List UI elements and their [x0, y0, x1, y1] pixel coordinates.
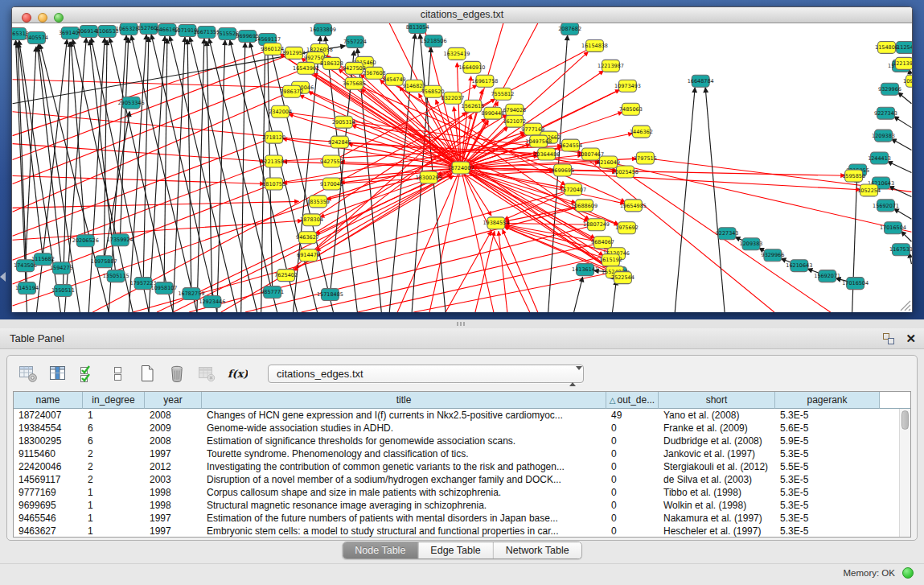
cell-name[interactable]: 9465546: [14, 512, 83, 525]
cell-pagerank[interactable]: 5.3E-5: [775, 486, 880, 499]
cell-short[interactable]: Wolkin et al. (1998): [659, 499, 775, 512]
cell-in_degree[interactable]: 1: [83, 512, 145, 525]
table-row[interactable]: 911546021997Tourette syndrome. Phenomeno…: [14, 447, 899, 460]
column-header-pagerank[interactable]: pagerank: [775, 392, 880, 409]
vertical-scrollbar[interactable]: [899, 409, 910, 537]
select-columns-icon[interactable]: [78, 364, 97, 383]
row-options-icon[interactable]: [108, 364, 127, 383]
column-header-title[interactable]: title: [202, 392, 606, 409]
table-row[interactable]: 969969511998Structural magnetic resonanc…: [14, 499, 899, 512]
network-window-titlebar[interactable]: citations_edges.txt: [12, 7, 912, 23]
cell-in_degree[interactable]: 1: [83, 486, 145, 499]
window-resize-grip[interactable]: [898, 299, 911, 311]
cell-out_de[interactable]: 0: [606, 499, 659, 512]
cell-pagerank[interactable]: 5.3E-5: [775, 473, 880, 486]
cell-pagerank[interactable]: 5.3E-5: [775, 512, 880, 525]
cell-title[interactable]: Estimation of significance thresholds fo…: [202, 435, 606, 447]
table-row[interactable]: 946554611997Estimation of the future num…: [14, 512, 899, 525]
cell-year[interactable]: 1997: [145, 512, 202, 525]
cell-pagerank[interactable]: 5.3E-5: [775, 499, 880, 512]
cell-title[interactable]: Changes of HCN gene expression and I(f) …: [202, 409, 606, 422]
cell-pagerank[interactable]: 5.3E-5: [775, 447, 880, 460]
cell-in_degree[interactable]: 1: [83, 525, 145, 537]
cell-pagerank[interactable]: 5.6E-5: [775, 422, 880, 435]
float-panel-icon[interactable]: [883, 333, 895, 345]
cell-title[interactable]: Investigating the contribution of common…: [202, 460, 606, 473]
cell-out_de[interactable]: 0: [606, 460, 659, 473]
cell-in_degree[interactable]: 6: [83, 435, 145, 447]
table-row[interactable]: 1872400712008Changes of HCN gene express…: [14, 409, 899, 422]
cell-out_de[interactable]: 0: [606, 447, 659, 460]
function-builder-icon[interactable]: f(x): [227, 364, 246, 383]
show-columns-icon[interactable]: [48, 364, 68, 383]
cell-short[interactable]: de Silva et al. (2003): [659, 473, 775, 486]
cell-title[interactable]: Genome-wide association studies in ADHD.: [202, 422, 606, 435]
cell-name[interactable]: 18724007: [14, 409, 83, 422]
cell-name[interactable]: 22420046: [14, 460, 83, 473]
cell-name[interactable]: 19384554: [14, 422, 83, 435]
table-row[interactable]: 1456911722003Disruption of a novel membe…: [14, 473, 899, 486]
cell-title[interactable]: Estimation of the future numbers of pati…: [202, 512, 606, 525]
close-panel-icon[interactable]: ✕: [906, 330, 916, 348]
close-window-button[interactable]: [22, 13, 31, 23]
cell-short[interactable]: Stergiakouli et al. (2012): [659, 460, 775, 473]
column-header-out_de[interactable]: △out_de...: [606, 392, 659, 409]
panel-divider[interactable]: [0, 319, 924, 328]
table-row[interactable]: 946362711997Embryonic stem cells: a mode…: [14, 525, 899, 537]
dropdown-stepper-icon[interactable]: [569, 368, 577, 381]
cell-short[interactable]: Nakamura et al. (1997): [659, 512, 775, 525]
cell-name[interactable]: 9777169: [14, 486, 83, 499]
network-canvas[interactable]: 1872400718300295193845541865318240557436…: [12, 23, 912, 312]
column-header-year[interactable]: year: [145, 392, 202, 409]
cell-in_degree[interactable]: 6: [83, 422, 145, 435]
zoom-window-button[interactable]: [54, 13, 64, 23]
cell-title[interactable]: Corpus callosum shape and size in male p…: [202, 486, 606, 499]
cell-year[interactable]: 2003: [145, 473, 202, 486]
cell-short[interactable]: Tibbo et al. (1998): [659, 486, 775, 499]
cell-short[interactable]: Franke et al. (2009): [659, 422, 775, 435]
cell-name[interactable]: 14569117: [14, 473, 83, 486]
network-view-window[interactable]: citations_edges.txt 18724007183002951938…: [11, 6, 913, 312]
memory-status-indicator[interactable]: [902, 567, 914, 579]
table-selector-dropdown[interactable]: citations_edges.txt: [268, 365, 584, 383]
cell-short[interactable]: Dudbridge et al. (2008): [659, 435, 775, 447]
cell-year[interactable]: 2008: [145, 409, 202, 422]
cell-short[interactable]: Jankovic et al. (1997): [659, 447, 775, 460]
cell-out_de[interactable]: 0: [606, 422, 659, 435]
cell-out_de[interactable]: 0: [606, 525, 659, 537]
column-header-short[interactable]: short: [659, 392, 775, 409]
cell-in_degree[interactable]: 2: [83, 473, 145, 486]
table-row[interactable]: 1830029562008Estimation of significance …: [14, 435, 899, 447]
tab-node-table[interactable]: Node Table: [343, 542, 418, 558]
new-document-icon[interactable]: [138, 364, 157, 383]
scrollbar-thumb[interactable]: [901, 410, 909, 430]
cell-year[interactable]: 1998: [145, 486, 202, 499]
column-header-in_degree[interactable]: in_degree: [83, 392, 145, 409]
cell-year[interactable]: 1997: [145, 447, 202, 460]
cell-name[interactable]: 9463627: [14, 525, 83, 537]
cell-pagerank[interactable]: 5.3E-5: [775, 409, 880, 422]
cell-pagerank[interactable]: 5.9E-5: [775, 435, 880, 447]
cell-pagerank[interactable]: 5.5E-5: [775, 460, 880, 473]
collapse-panel-arrow-icon[interactable]: [0, 272, 6, 282]
cell-name[interactable]: 9699695: [14, 499, 83, 512]
cell-year[interactable]: 2008: [145, 435, 202, 447]
cell-year[interactable]: 2009: [145, 422, 202, 435]
table-row[interactable]: 2242004622012Investigating the contribut…: [14, 460, 899, 473]
cell-out_de[interactable]: 0: [606, 435, 659, 447]
cell-title[interactable]: Structural magnetic resonance image aver…: [202, 499, 606, 512]
cell-short[interactable]: Yano et al. (2008): [659, 409, 775, 422]
divider-handle-icon[interactable]: [457, 322, 466, 326]
cell-name[interactable]: 9115460: [14, 447, 83, 460]
cell-name[interactable]: 18300295: [14, 435, 83, 447]
cell-pagerank[interactable]: 5.3E-5: [775, 525, 880, 537]
cell-year[interactable]: 1998: [145, 499, 202, 512]
tab-edge-table[interactable]: Edge Table: [418, 542, 493, 558]
cell-in_degree[interactable]: 2: [83, 460, 145, 473]
minimize-window-button[interactable]: [38, 13, 47, 23]
cell-out_de[interactable]: 0: [606, 512, 659, 525]
table-row[interactable]: 977716911998Corpus callosum shape and si…: [14, 486, 899, 499]
cell-in_degree[interactable]: 2: [83, 447, 145, 460]
cell-year[interactable]: 2012: [145, 460, 202, 473]
cell-in_degree[interactable]: 1: [83, 409, 145, 422]
